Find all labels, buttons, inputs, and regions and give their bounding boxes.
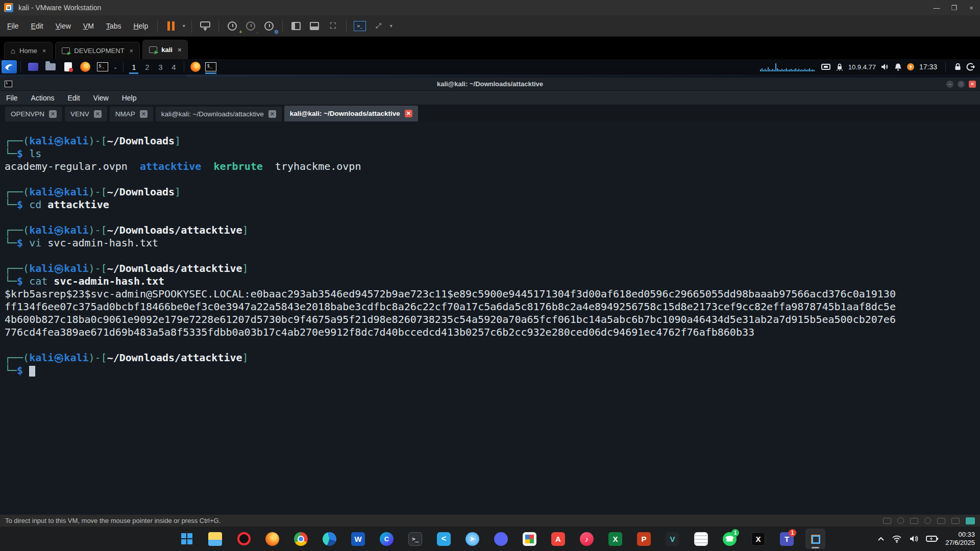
terminal-titlebar[interactable]: $ kali@kali: ~/Downloads/attacktive – □ …	[0, 78, 980, 91]
notifications-bell-icon[interactable]	[894, 63, 902, 71]
terminal-menu-actions[interactable]: Actions	[31, 94, 55, 102]
terminal-output[interactable]: ┌──(kali㉿kali)-[~/Downloads]└─$ lsacadem…	[0, 121, 980, 377]
workspace-1[interactable]: 1	[127, 60, 140, 74]
taskbar-app-powerpoint[interactable]: P	[634, 529, 654, 549]
taskbar-app-opera[interactable]	[234, 529, 254, 549]
terminal-window-icon[interactable]: $_	[203, 60, 218, 74]
chevron-down-icon[interactable]: ⌄	[113, 64, 117, 70]
taskbar-app-start[interactable]	[177, 529, 197, 549]
send-ctrl-alt-del-button[interactable]	[198, 19, 213, 33]
vmware-menu-help[interactable]: Help	[128, 20, 153, 32]
close-icon[interactable]: ×	[130, 47, 134, 55]
taskbar-app-discord[interactable]	[491, 529, 511, 549]
text-editor-icon[interactable]	[62, 61, 74, 72]
maximize-button[interactable]: ❐	[945, 0, 963, 15]
close-icon[interactable]: ✕	[268, 110, 276, 118]
close-icon[interactable]: ✕	[49, 110, 57, 118]
hard-disk-icon[interactable]	[883, 518, 891, 524]
panel-clock[interactable]: 17:33	[919, 63, 937, 71]
battery-icon[interactable]	[926, 535, 938, 542]
workspace-2[interactable]: 2	[140, 60, 154, 74]
terminal-menu-help[interactable]: Help	[122, 94, 137, 102]
taskbar-app-firefox[interactable]	[262, 529, 282, 549]
revert-snapshot-button[interactable]: ←	[243, 19, 258, 33]
library-toggle-button[interactable]	[288, 19, 304, 33]
sound-icon[interactable]	[924, 517, 931, 524]
tray-chevron-up-icon[interactable]	[877, 536, 885, 541]
firefox-icon[interactable]	[79, 61, 91, 72]
close-button[interactable]: ×	[963, 0, 980, 15]
vmware-menu-vm[interactable]: VM	[78, 20, 99, 32]
console-view-button[interactable]	[307, 19, 322, 33]
firefox-window-icon[interactable]	[188, 60, 203, 74]
printer-icon[interactable]	[951, 518, 960, 524]
volume-icon[interactable]	[909, 535, 919, 543]
taskbar-app-edge[interactable]	[320, 529, 339, 549]
file-manager-icon[interactable]	[27, 61, 39, 72]
terminal-tab-3[interactable]: kali@kali: ~/Downloads/attacktive✕	[156, 107, 282, 121]
taskbar-app-canva[interactable]: C	[377, 529, 397, 549]
folder-icon[interactable]	[44, 61, 57, 72]
vmware-menu-view[interactable]: View	[51, 20, 76, 32]
logout-icon[interactable]	[966, 63, 975, 71]
workspace-3[interactable]: 3	[154, 60, 167, 74]
taskbar-app-anydesk[interactable]: A	[548, 529, 568, 549]
taskbar-app-file-explorer[interactable]	[205, 529, 225, 549]
vmware-menu-file[interactable]: File	[2, 20, 24, 32]
taskbar-app-whatsapp[interactable]: ☎1	[720, 529, 740, 549]
terminal-tab-1[interactable]: VENV✕	[65, 107, 107, 121]
close-icon[interactable]: ×	[178, 46, 182, 54]
close-icon[interactable]: ×	[42, 47, 46, 55]
minimize-button[interactable]: —	[928, 0, 945, 15]
terminal-maximize-button[interactable]: □	[958, 81, 965, 88]
usb-icon[interactable]	[937, 518, 945, 524]
vmware-tools-icon[interactable]	[966, 517, 975, 524]
taskbar-app-word[interactable]: W	[348, 529, 368, 549]
vmware-menu-edit[interactable]: Edit	[26, 20, 48, 32]
taskbar-app-safari[interactable]: ➤	[462, 529, 482, 549]
taskbar-app-office[interactable]	[520, 529, 540, 549]
take-snapshot-button[interactable]: +	[225, 19, 240, 33]
taskbar-app-teams[interactable]: T1	[777, 529, 797, 549]
fullscreen-button[interactable]: ⛶	[325, 19, 340, 33]
terminal-menu-view[interactable]: View	[93, 94, 109, 102]
kali-menu-icon[interactable]	[2, 60, 17, 73]
screen-lock-icon[interactable]	[954, 63, 962, 71]
terminal-tab-0[interactable]: OPENVPN✕	[5, 107, 62, 121]
taskbar-app-music[interactable]: ♪	[577, 529, 597, 549]
taskbar-app-windows-terminal[interactable]: >_	[405, 529, 425, 549]
close-icon[interactable]: ✕	[94, 110, 102, 118]
taskbar-app-excel[interactable]: X	[605, 529, 625, 549]
terminal-close-button[interactable]: ✕	[969, 81, 976, 88]
unity-console-button[interactable]: >_	[352, 19, 368, 33]
taskbar-app-x-app[interactable]: X	[748, 529, 768, 549]
vpn-ip-address[interactable]: 10.9.4.77	[848, 63, 876, 71]
cd-rom-icon[interactable]	[897, 517, 904, 524]
vmware-menu-tabs[interactable]: Tabs	[101, 20, 127, 32]
network-adapter-icon[interactable]	[910, 518, 918, 524]
wifi-icon[interactable]	[892, 535, 902, 543]
pause-button[interactable]	[163, 19, 179, 33]
vm-tab-home[interactable]: ⌂Home×	[4, 42, 53, 59]
vm-tab-kali[interactable]: kali×	[142, 40, 188, 59]
volume-icon[interactable]	[880, 63, 890, 71]
terminal-tab-4[interactable]: kali@kali: ~/Downloads/attacktive✕	[284, 106, 418, 121]
taskbar-app-chrome[interactable]	[291, 529, 311, 549]
network-port-icon[interactable]	[821, 63, 831, 71]
power-manager-icon[interactable]	[906, 63, 915, 71]
terminal-tab-2[interactable]: NMAP✕	[110, 107, 153, 121]
pause-dropdown-icon[interactable]: ▾	[180, 23, 187, 29]
taskbar-app-vmware[interactable]	[805, 529, 825, 549]
vm-tab-development[interactable]: DEVELOPMENT×	[55, 42, 140, 59]
fit-dropdown-icon[interactable]: ▾	[387, 23, 395, 29]
taskbar-app-notes[interactable]	[691, 529, 711, 549]
terminal-minimize-button[interactable]: –	[946, 81, 953, 88]
taskbar-app-vscode[interactable]: <	[434, 529, 454, 549]
taskbar-app-v-app[interactable]: V	[663, 529, 682, 549]
close-icon[interactable]: ✕	[140, 110, 148, 118]
snapshot-manager-button[interactable]: ⚙	[261, 19, 277, 33]
vpn-lock-icon[interactable]	[836, 63, 844, 71]
workspace-4[interactable]: 4	[167, 60, 180, 74]
close-icon[interactable]: ✕	[405, 110, 412, 117]
terminal-menu-file[interactable]: File	[6, 94, 18, 102]
